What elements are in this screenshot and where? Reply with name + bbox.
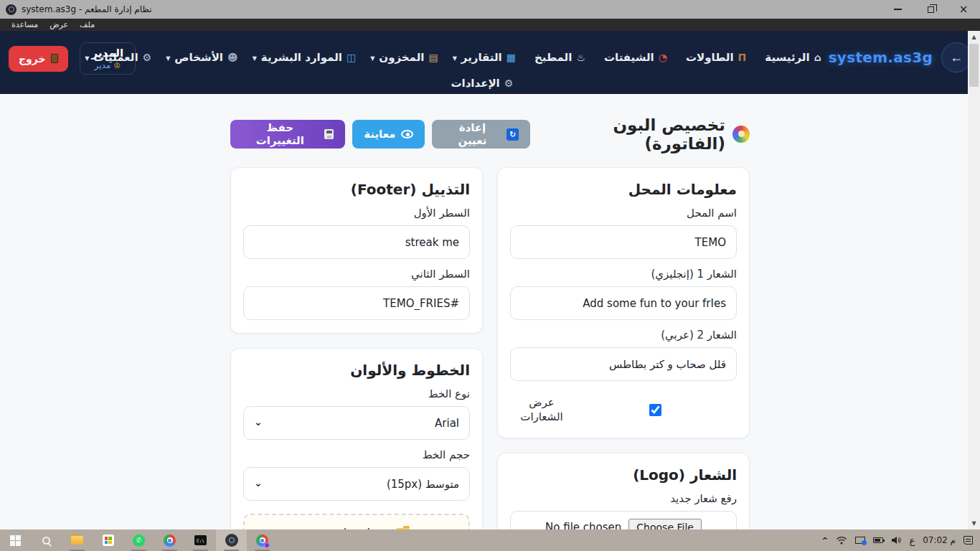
- menu-view[interactable]: عرض: [44, 20, 74, 29]
- gear-icon: ⚙: [143, 52, 152, 63]
- profile-badge: [264, 542, 270, 548]
- show-slogans-row: عرض الشعارات: [510, 395, 737, 425]
- upload-font-dropzone[interactable]: تحميل خط مخصص: [243, 514, 470, 529]
- show-slogans-checkbox[interactable]: [649, 404, 661, 416]
- nav-item-people[interactable]: ☻ الأشخاص ▼: [159, 45, 245, 70]
- scroll-up-arrow[interactable]: ▲: [968, 34, 980, 40]
- terminal-button[interactable]: C:\: [185, 529, 216, 551]
- font-type-select[interactable]: Arial ⌄: [243, 406, 470, 440]
- font-type-value: Arial: [435, 417, 459, 430]
- nav-item-inventory[interactable]: ▤ المخزون ▼: [363, 45, 446, 70]
- microsoft-store-button[interactable]: [93, 529, 123, 551]
- nav-item-home[interactable]: ⌂ الرئيسية: [753, 45, 828, 70]
- search-icon: [42, 537, 50, 545]
- user-box[interactable]: المدير ♔ مدير: [80, 42, 136, 75]
- brand-logo: system.as3g: [829, 49, 933, 66]
- vertical-scrollbar[interactable]: ▲ ▼: [968, 31, 980, 529]
- menu-file[interactable]: ملف: [74, 20, 100, 29]
- nav-menu: ⌂ الرئيسية Π الطاولات ◔ الشيفتات ♨ المطب…: [136, 38, 829, 95]
- nav-row-2: ⚙ الإعدادات: [136, 71, 829, 95]
- close-button[interactable]: ×: [947, 0, 980, 19]
- window-titlebar: نظام إدارة المطعم - system.as3g ×: [0, 0, 980, 19]
- reset-button[interactable]: ↻ إعادة تعيين: [432, 120, 529, 149]
- store-name-input[interactable]: [510, 225, 737, 259]
- volume-icon[interactable]: [891, 536, 901, 545]
- column-right: معلومات المحل اسم المحل الشعار 1 (إنجليز…: [497, 167, 750, 529]
- cards-grid: معلومات المحل اسم المحل الشعار 1 (إنجليز…: [230, 167, 750, 529]
- hr-icon: ◫: [347, 52, 356, 63]
- action-center-icon[interactable]: [963, 536, 973, 545]
- chrome-icon: [164, 534, 176, 547]
- slogan-ar-input[interactable]: [510, 347, 737, 381]
- desktop: { "window": { "title": "نظام إدارة المطع…: [0, 0, 980, 551]
- logo-file-input[interactable]: Choose File No file chosen: [510, 511, 737, 530]
- back-button[interactable]: ←: [941, 42, 971, 72]
- nav-row-1: ⌂ الرئيسية Π الطاولات ◔ الشيفتات ♨ المطب…: [136, 45, 829, 70]
- home-icon: ⌂: [814, 52, 821, 63]
- command-prompt-icon: C:\: [194, 535, 207, 545]
- chevron-down-icon: ▼: [370, 55, 374, 62]
- save-button[interactable]: حفظ التغييرات: [230, 120, 345, 149]
- nav-item-reports[interactable]: ▦ التقارير ▼: [446, 45, 523, 70]
- gear-icon: ⚙: [504, 77, 514, 89]
- floppy-disk-icon: [324, 129, 334, 139]
- menu-help[interactable]: مساعدة: [6, 20, 44, 29]
- chevron-down-icon: ▼: [166, 55, 170, 62]
- footer-line2-label: السطر الثاني: [243, 268, 470, 281]
- file-explorer-button[interactable]: [62, 529, 93, 551]
- reset-icon: ↻: [507, 128, 518, 141]
- chrome-profile-button[interactable]: [247, 529, 278, 551]
- wifi-icon[interactable]: [836, 536, 847, 545]
- card-title: معلومات المحل: [510, 181, 737, 198]
- minimize-button[interactable]: [881, 0, 914, 19]
- nav-item-shifts[interactable]: ◔ الشيفتات: [593, 45, 674, 70]
- user-role: ♔ مدير: [92, 60, 123, 70]
- user-role-label: مدير: [95, 60, 111, 70]
- font-size-label: حجم الخط: [243, 448, 470, 461]
- show-hidden-icons-button[interactable]: ^: [821, 536, 828, 545]
- restaurant-app-button[interactable]: [216, 529, 247, 551]
- nav-label: الطاولات: [686, 51, 734, 64]
- taskbar-clock[interactable]: 07:02 م: [923, 535, 956, 545]
- chrome-button[interactable]: [154, 529, 185, 551]
- page-header: تخصيص البون (الفاتورة) ↻ إعادة تعيين معا…: [230, 116, 750, 153]
- nav-label: التقارير: [461, 51, 502, 64]
- back-arrow-icon: ←: [950, 50, 963, 65]
- restore-button[interactable]: [914, 0, 947, 19]
- slogan-en-input[interactable]: [510, 286, 737, 320]
- clock-icon: ◔: [659, 52, 667, 63]
- footer-line1-input[interactable]: [243, 225, 470, 259]
- nav-item-settings[interactable]: ⚙ الإعدادات: [443, 71, 520, 95]
- battery-icon[interactable]: [873, 537, 883, 543]
- file-status-text: No file chosen: [545, 521, 621, 529]
- user-name: المدير: [92, 47, 123, 60]
- language-indicator[interactable]: ع: [909, 535, 915, 546]
- choose-file-button[interactable]: Choose File: [628, 519, 702, 529]
- header-buttons: ↻ إعادة تعيين معاينة حفظ التغييرات: [230, 120, 530, 149]
- app-icon: [6, 4, 17, 15]
- start-button[interactable]: [0, 529, 31, 551]
- windows-logo-icon: [10, 535, 21, 546]
- footer-line2-input[interactable]: [243, 286, 470, 320]
- reset-label: إعادة تعيين: [443, 121, 501, 147]
- taskbar-search-button[interactable]: [31, 529, 62, 551]
- taskbar: ✆ C:\ ^ ع 07:02 م: [0, 529, 980, 551]
- nav-item-kitchen[interactable]: ♨ المطبخ: [523, 45, 593, 70]
- preview-button[interactable]: معاينة: [352, 120, 425, 149]
- nav-item-hr[interactable]: ◫ الموارد البشرية ▼: [245, 45, 364, 70]
- whatsapp-button[interactable]: ✆: [123, 529, 154, 551]
- main-navbar: ← system.as3g ⌂ الرئيسية Π الطاولات ◔ ال…: [0, 31, 980, 94]
- font-size-select[interactable]: متوسط (15px) ⌄: [243, 467, 470, 501]
- nav-item-tables[interactable]: Π الطاولات: [674, 45, 753, 70]
- taskbar-apps: ✆ C:\: [0, 529, 278, 551]
- wireless-display-icon[interactable]: [855, 537, 865, 544]
- system-tray: ^ ع 07:02 م: [821, 529, 980, 551]
- minimize-icon: [894, 9, 902, 10]
- scrollbar-thumb[interactable]: [969, 44, 979, 87]
- chevron-down-icon: ⌄: [254, 477, 263, 489]
- nav-label: الإعدادات: [451, 77, 499, 90]
- logout-button[interactable]: خروج: [9, 46, 68, 72]
- scroll-down-arrow[interactable]: ▼: [968, 520, 980, 527]
- chevron-down-icon: ▼: [253, 55, 257, 62]
- menu-bar: ملف عرض مساعدة: [0, 19, 980, 31]
